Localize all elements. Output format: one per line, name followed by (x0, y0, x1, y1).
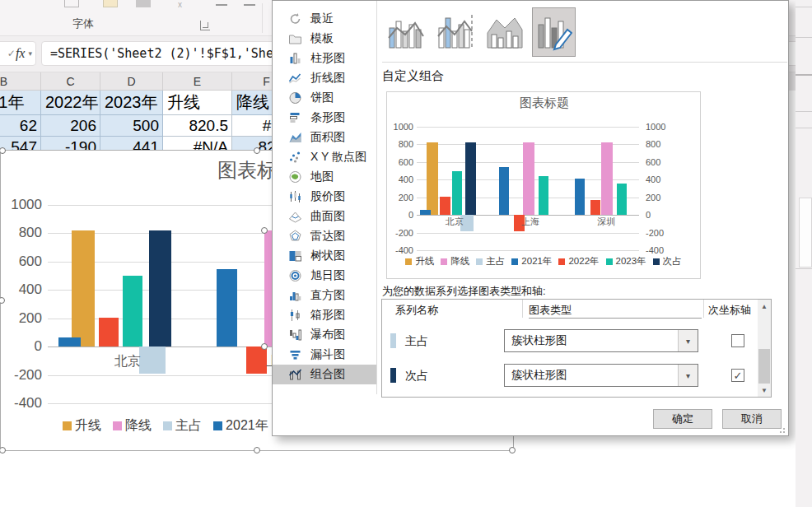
sidebar-item-地图[interactable]: 地图 (273, 167, 376, 187)
combo-subtype-stacked-area-clustered-column[interactable] (483, 7, 526, 57)
cell[interactable]: 62 (0, 115, 41, 137)
sidebar-item-箱形图[interactable]: 箱形图 (273, 305, 376, 325)
font-color-icon[interactable] (136, 0, 151, 7)
cell[interactable]: 500 (100, 115, 163, 137)
legend-item[interactable]: 升线 (63, 417, 101, 435)
chart-object-handle[interactable] (0, 147, 6, 154)
sidebar-item-股价图[interactable]: 股价图 (273, 187, 376, 207)
bar-2022年[interactable] (590, 200, 600, 215)
sidebar-item-X Y 散点图[interactable]: X Y 散点图 (273, 147, 376, 167)
column-header-E[interactable]: E (163, 72, 232, 91)
chart-type-dropdown[interactable]: 簇状柱形图▾ (504, 364, 698, 387)
chart-object-handle[interactable] (0, 297, 5, 304)
dialog-resize-grip[interactable] (777, 425, 785, 433)
sidebar-item-漏斗图[interactable]: 漏斗图 (273, 345, 376, 365)
bar-2023年[interactable] (452, 171, 462, 216)
secondary-axis-checkbox[interactable]: ✓ (731, 369, 744, 382)
chart-object-handle[interactable] (509, 447, 516, 454)
legend-item[interactable]: 2021年 (511, 255, 552, 267)
bar-升线[interactable] (72, 230, 94, 347)
bar-2023年[interactable] (617, 184, 627, 215)
chart-object-handle[interactable] (254, 147, 260, 154)
cell[interactable]: 2021年 (0, 91, 41, 115)
bar-2023年[interactable] (123, 276, 142, 347)
fill-color-icon[interactable] (103, 0, 118, 7)
legend-item[interactable]: 主占 (163, 417, 202, 435)
bar-2023年[interactable] (539, 176, 548, 215)
cell[interactable]: 2023年 (100, 91, 163, 115)
cell[interactable]: 206 (41, 115, 100, 137)
chart-object-handle[interactable] (254, 447, 260, 454)
bar-2021年[interactable] (58, 337, 81, 347)
cell[interactable]: 2022年 (41, 91, 100, 115)
category-label: 北京 (446, 216, 464, 228)
sidebar-item-面积图[interactable]: 面积图 (273, 128, 376, 147)
bar-降线[interactable] (601, 142, 613, 215)
sidebar-item-最近[interactable]: 最近 (273, 9, 376, 29)
scroll-down-icon[interactable]: ▼ (758, 384, 771, 397)
bar-2021年[interactable] (420, 210, 432, 216)
legend-item[interactable]: 升线 (405, 255, 434, 267)
bar-2021年[interactable] (499, 167, 509, 216)
column-header-C[interactable]: C (41, 72, 100, 91)
table-column-divider (703, 300, 704, 318)
bar-次占[interactable] (149, 230, 171, 347)
bar-2022年[interactable] (99, 318, 119, 347)
ok-button[interactable]: 确定 (653, 409, 712, 429)
sidebar-item-树状图[interactable]: 树状图 (273, 246, 376, 266)
secondary-axis-checkbox[interactable] (731, 334, 744, 347)
chart-object-handle[interactable] (0, 447, 6, 454)
chart-legend: 升线降线主占2021年2022年2023年次占 (387, 255, 700, 267)
legend-item[interactable]: 主占 (476, 255, 505, 267)
cell[interactable]: 820.5 (163, 115, 232, 137)
sidebar-item-饼图[interactable]: 饼图 (273, 88, 376, 108)
legend-item[interactable]: 降线 (441, 255, 469, 267)
sidebar-item-瀑布图[interactable]: 瀑布图 (273, 325, 376, 345)
combo-subtype-clustered-column-line-secondary-axis[interactable] (433, 7, 477, 57)
font-dialog-launcher-icon[interactable] (200, 21, 210, 30)
bar-2021年[interactable] (217, 269, 237, 347)
sidebar-item-柱形图[interactable]: 柱形图 (273, 49, 376, 68)
combo-subtype-custom-combination[interactable] (532, 7, 576, 57)
borders-icon[interactable] (64, 0, 79, 7)
bar-次占[interactable] (465, 142, 477, 215)
sidebar-item-模板[interactable]: 模板 (273, 29, 376, 49)
chevron-down-icon[interactable]: ▾ (678, 365, 698, 386)
treemap-chart-icon (287, 249, 302, 263)
legend-item[interactable]: 2021年 (213, 417, 268, 435)
cancel-button[interactable]: 取消 (722, 409, 782, 429)
legend-item[interactable]: 2023年 (606, 255, 646, 267)
legend-item[interactable]: 2022年 (558, 255, 599, 267)
legend-item[interactable]: 次占 (653, 255, 682, 267)
scroll-up-icon[interactable]: ▲ (758, 300, 771, 313)
sidebar-item-曲面图[interactable]: 曲面图 (273, 207, 376, 226)
bar-2022年[interactable] (246, 347, 268, 374)
series-selection-handle[interactable] (261, 343, 268, 350)
bar-升线[interactable] (427, 142, 438, 215)
column-header-B[interactable]: B (0, 72, 41, 91)
legend-item[interactable]: 降线 (113, 417, 152, 435)
bar-2022年[interactable] (440, 197, 450, 215)
sidebar-item-直方图[interactable]: 直方图 (273, 286, 376, 305)
enter-check-icon[interactable]: ✓ (7, 48, 16, 59)
ribbon-icon-fragment (244, 4, 255, 6)
column-header-D[interactable]: D (100, 72, 163, 91)
sidebar-item-条形图[interactable]: 条形图 (273, 108, 376, 128)
insert-function-icon[interactable]: fx (16, 46, 26, 61)
sidebar-item-雷达图[interactable]: 雷达图 (273, 226, 376, 246)
chevron-down-icon[interactable]: ▾ (678, 330, 698, 351)
sidebar-item-旭日图[interactable]: 旭日图 (273, 266, 376, 286)
table-scrollbar[interactable]: ▲▼ (758, 300, 771, 397)
cell[interactable]: 升线 (163, 91, 232, 115)
sidebar-item-折线图[interactable]: 折线图 (273, 68, 376, 88)
clear-format-icon[interactable]: x (178, 2, 185, 8)
chart-type-dropdown[interactable]: 簇状柱形图▾ (504, 329, 698, 352)
sunburst-chart-icon (287, 269, 302, 283)
sidebar-item-组合图[interactable]: 组合图 (273, 365, 376, 384)
bar-降线[interactable] (523, 142, 534, 215)
fx-button-group[interactable]: ✓ fx ▾ (0, 41, 36, 66)
bar-主占[interactable] (139, 347, 166, 374)
bar-2021年[interactable] (575, 179, 585, 215)
scrollbar-thumb[interactable] (758, 349, 770, 384)
combo-subtype-clustered-column-line[interactable] (384, 7, 427, 57)
